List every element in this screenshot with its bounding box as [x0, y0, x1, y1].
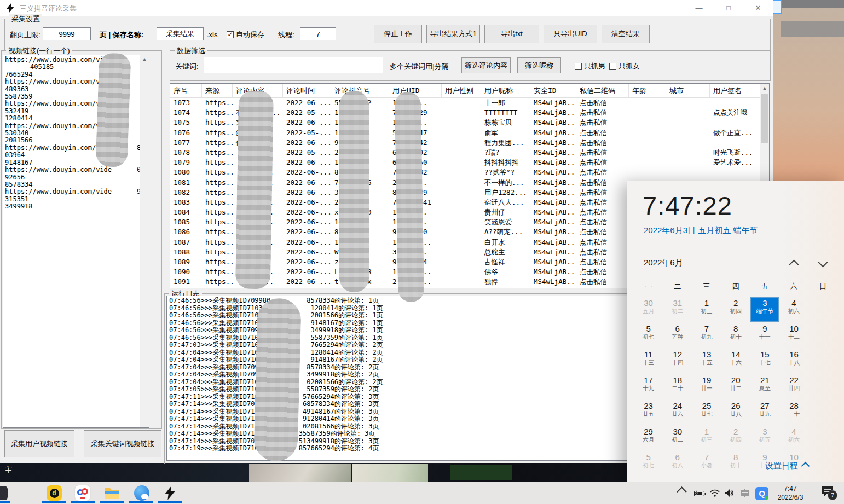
- scroll-thumb[interactable]: [761, 94, 768, 143]
- calendar-day[interactable]: 3初五: [750, 425, 779, 451]
- calendar-day[interactable]: 20廿二: [721, 374, 750, 399]
- calendar-prev-button[interactable]: [790, 260, 797, 270]
- calendar-day[interactable]: 18二十: [663, 374, 692, 399]
- calendar-day[interactable]: 6芒种: [663, 322, 692, 348]
- day-lunar-label: 五月: [634, 308, 663, 315]
- calendar-day[interactable]: 5初七: [634, 451, 663, 477]
- calendar-day[interactable]: 23廿五: [634, 399, 663, 425]
- file-explorer-icon[interactable]: [104, 485, 120, 501]
- calendar-day[interactable]: 8初十: [721, 451, 750, 477]
- column-header[interactable]: 序号: [170, 84, 202, 97]
- partial-app-icon[interactable]: [0, 485, 9, 501]
- filter-nickname-button[interactable]: 筛选昵称: [517, 57, 561, 73]
- tray-chevron-icon[interactable]: [678, 488, 685, 495]
- window-title: 三义抖音评论采集: [20, 4, 77, 14]
- calendar-day[interactable]: 9十一: [750, 322, 779, 348]
- minimize-button[interactable]: —: [691, 2, 707, 14]
- battery-icon[interactable]: [694, 490, 706, 497]
- column-header[interactable]: 用户昵称: [481, 84, 530, 97]
- calendar-day[interactable]: 1初三: [692, 425, 721, 451]
- calendar-day[interactable]: 22廿四: [779, 374, 808, 399]
- qq-browser-icon[interactable]: [134, 485, 150, 501]
- calendar-day[interactable]: 16十八: [779, 348, 808, 374]
- qq-tray-icon[interactable]: Q: [755, 487, 768, 500]
- calendar-day[interactable]: 28三十: [779, 399, 808, 425]
- calendar-day[interactable]: 31初二: [663, 297, 692, 322]
- table-cell: https...: [202, 237, 233, 247]
- collect-user-videos-button[interactable]: 采集用户视频链接: [4, 430, 74, 457]
- wifi-icon[interactable]: [710, 489, 720, 497]
- calendar-day[interactable]: 13十五: [692, 348, 721, 374]
- close-button[interactable]: ✕: [750, 2, 766, 14]
- collect-keyword-videos-button[interactable]: 采集关键词视频链接: [84, 430, 161, 457]
- calendar-day[interactable]: 4初六: [779, 297, 808, 322]
- cell-text-pre: 9: [392, 258, 397, 266]
- column-header[interactable]: 年龄: [629, 84, 666, 97]
- baidu-netdisk-icon[interactable]: [74, 485, 91, 501]
- column-header[interactable]: 用户性别: [442, 84, 481, 97]
- scroll-up-icon[interactable]: ▲: [140, 55, 149, 63]
- links-scrollbar[interactable]: ▲: [140, 55, 149, 427]
- column-header[interactable]: 来源: [202, 84, 233, 97]
- calendar-day[interactable]: 7小暑: [692, 451, 721, 477]
- maximize-button[interactable]: □: [720, 2, 737, 14]
- column-header[interactable]: 安全ID: [530, 84, 576, 97]
- table-cell: 点击私信: [576, 158, 629, 167]
- page-limit-input[interactable]: 9999: [43, 27, 91, 40]
- export-uid-button[interactable]: 只导出UID: [544, 25, 597, 43]
- speaker-icon[interactable]: [725, 489, 735, 497]
- calendar-day[interactable]: 5初七: [634, 322, 663, 348]
- calendar-day[interactable]: 8初十: [721, 322, 750, 348]
- schedule-link[interactable]: 设置日程: [765, 461, 808, 471]
- douyin-tool-icon[interactable]: d: [46, 485, 62, 501]
- keyword-input[interactable]: [204, 57, 383, 73]
- notification-icon[interactable]: 7: [821, 486, 834, 498]
- filter-comment-button[interactable]: 筛选评论内容: [461, 57, 511, 73]
- save-name-input[interactable]: 采集结果: [157, 27, 204, 40]
- calendar-day[interactable]: 19廿一: [692, 374, 721, 399]
- male-only-checkbox[interactable]: 只抓男: [575, 61, 605, 71]
- calendar-day[interactable]: 6初八: [663, 451, 692, 477]
- calendar-next-button[interactable]: [819, 258, 826, 268]
- calendar-day[interactable]: 17十九: [634, 374, 663, 399]
- column-header[interactable]: 用户签名: [710, 84, 761, 97]
- thread-input[interactable]: 7: [300, 27, 336, 40]
- autosave-checkbox[interactable]: ✓ 自动保存: [227, 30, 264, 39]
- lightning-app-icon[interactable]: [162, 485, 178, 501]
- calendar-day[interactable]: 25廿七: [692, 399, 721, 425]
- scroll-up-icon[interactable]: ▲: [760, 84, 769, 92]
- calendar-day[interactable]: 12十四: [663, 348, 692, 374]
- calendar-month-label[interactable]: 2022年6月: [644, 258, 683, 268]
- export-mode1-button[interactable]: 导出结果方式1: [426, 25, 480, 43]
- clock-date-link[interactable]: 2022年6月3日 五月初五 端午节: [644, 225, 758, 236]
- calendar-day[interactable]: 7初九: [692, 322, 721, 348]
- calendar-day[interactable]: 10十二: [779, 322, 808, 348]
- column-header[interactable]: 私信二维码: [576, 84, 629, 97]
- clear-results-button[interactable]: 清空结果: [602, 25, 650, 43]
- calendar-day[interactable]: 2初四: [721, 425, 750, 451]
- calendar-day[interactable]: 26廿八: [721, 399, 750, 425]
- calendar-day[interactable]: 14十六: [721, 348, 750, 374]
- video-link-continuation: 3499918: [5, 203, 147, 210]
- column-header[interactable]: 评论时间: [283, 84, 331, 97]
- calendar-day[interactable]: 24廿六: [663, 399, 692, 425]
- calendar-day[interactable]: 4初六: [779, 425, 808, 451]
- ime-icon[interactable]: [740, 489, 750, 497]
- calendar-day[interactable]: 30五月: [634, 297, 663, 322]
- calendar-day[interactable]: 29六月: [634, 425, 663, 451]
- calendar-day[interactable]: 11十三: [634, 348, 663, 374]
- calendar-day-selected[interactable]: 3端午节: [750, 297, 779, 322]
- calendar-day[interactable]: 30初二: [663, 425, 692, 451]
- tray-clock[interactable]: 7:47 2022/6/3: [771, 484, 810, 502]
- calendar-day[interactable]: 21夏至: [750, 374, 779, 399]
- calendar-day[interactable]: 15十七: [750, 348, 779, 374]
- calendar-day[interactable]: 27廿九: [750, 399, 779, 425]
- export-txt-button[interactable]: 导出txt: [484, 25, 539, 43]
- female-only-checkbox[interactable]: 只抓女: [609, 61, 640, 71]
- stop-work-button[interactable]: 停止工作: [374, 25, 422, 43]
- calendar-day[interactable]: 1初三: [692, 297, 721, 322]
- table-cell: [442, 188, 481, 198]
- calendar-day[interactable]: 2初四: [721, 297, 750, 322]
- tray-date: 2022/6/3: [771, 493, 810, 502]
- column-header[interactable]: 城市: [666, 84, 710, 97]
